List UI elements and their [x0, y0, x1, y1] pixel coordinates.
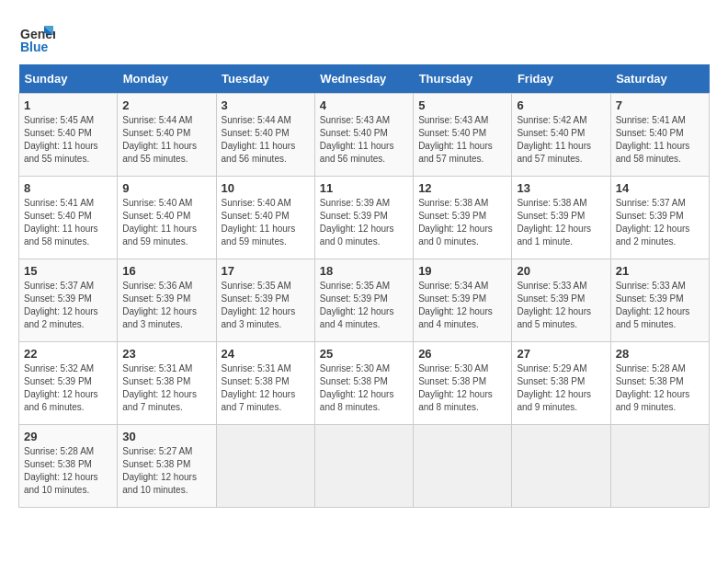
svg-text:Blue: Blue — [20, 40, 49, 54]
calendar-day-cell: 7Sunrise: 5:41 AMSunset: 5:40 PMDaylight… — [610, 94, 709, 177]
day-info: Sunrise: 5:40 AMSunset: 5:40 PMDaylight:… — [222, 197, 310, 248]
day-info: Sunrise: 5:44 AMSunset: 5:40 PMDaylight:… — [222, 114, 310, 166]
day-number: 17 — [222, 264, 310, 278]
day-number: 29 — [24, 430, 112, 443]
day-info: Sunrise: 5:30 AMSunset: 5:38 PMDaylight:… — [418, 362, 506, 414]
day-number: 16 — [122, 264, 210, 278]
day-number: 28 — [616, 347, 704, 361]
calendar-day-cell — [610, 425, 709, 508]
day-info: Sunrise: 5:43 AMSunset: 5:40 PMDaylight:… — [418, 114, 506, 166]
calendar-day-cell: 9Sunrise: 5:40 AMSunset: 5:40 PMDaylight… — [118, 177, 216, 259]
calendar-day-cell — [314, 425, 413, 508]
day-info: Sunrise: 5:38 AMSunset: 5:39 PMDaylight:… — [418, 197, 506, 248]
calendar-week-row: 1Sunrise: 5:45 AMSunset: 5:40 PMDaylight… — [19, 94, 710, 177]
calendar-day-cell: 22Sunrise: 5:32 AMSunset: 5:39 PMDayligh… — [19, 342, 118, 425]
calendar-day-cell: 12Sunrise: 5:38 AMSunset: 5:39 PMDayligh… — [414, 177, 512, 259]
calendar-day-cell: 20Sunrise: 5:33 AMSunset: 5:39 PMDayligh… — [512, 259, 610, 342]
calendar-day-cell: 11Sunrise: 5:39 AMSunset: 5:39 PMDayligh… — [314, 177, 413, 259]
weekday-header: Monday — [118, 64, 216, 94]
day-info: Sunrise: 5:36 AMSunset: 5:39 PMDaylight:… — [122, 280, 210, 331]
day-number: 9 — [122, 181, 210, 195]
calendar-day-cell: 13Sunrise: 5:38 AMSunset: 5:39 PMDayligh… — [512, 177, 610, 259]
logo-icon: General Blue — [18, 18, 55, 55]
day-info: Sunrise: 5:30 AMSunset: 5:38 PMDaylight:… — [320, 362, 408, 414]
day-number: 25 — [320, 347, 408, 361]
calendar-day-cell: 27Sunrise: 5:29 AMSunset: 5:38 PMDayligh… — [512, 342, 610, 425]
day-number: 2 — [122, 98, 210, 112]
calendar-day-cell: 25Sunrise: 5:30 AMSunset: 5:38 PMDayligh… — [314, 342, 413, 425]
day-info: Sunrise: 5:34 AMSunset: 5:39 PMDaylight:… — [418, 280, 506, 331]
day-number: 3 — [222, 98, 310, 112]
day-number: 15 — [24, 264, 112, 278]
day-info: Sunrise: 5:37 AMSunset: 5:39 PMDaylight:… — [616, 197, 704, 248]
day-info: Sunrise: 5:43 AMSunset: 5:40 PMDaylight:… — [320, 114, 408, 166]
weekday-header: Sunday — [19, 64, 118, 94]
header: General Blue — [18, 18, 710, 55]
weekday-header: Saturday — [610, 64, 709, 94]
calendar-day-cell: 14Sunrise: 5:37 AMSunset: 5:39 PMDayligh… — [610, 177, 709, 259]
day-number: 27 — [517, 347, 605, 361]
logo: General Blue — [18, 18, 55, 55]
calendar-day-cell: 23Sunrise: 5:31 AMSunset: 5:38 PMDayligh… — [118, 342, 216, 425]
calendar-day-cell: 16Sunrise: 5:36 AMSunset: 5:39 PMDayligh… — [118, 259, 216, 342]
weekday-header: Friday — [512, 64, 610, 94]
day-info: Sunrise: 5:33 AMSunset: 5:39 PMDaylight:… — [616, 280, 704, 331]
calendar-day-cell — [216, 425, 314, 508]
calendar-day-cell: 2Sunrise: 5:44 AMSunset: 5:40 PMDaylight… — [118, 94, 216, 177]
day-number: 19 — [418, 264, 506, 278]
calendar-day-cell — [512, 425, 610, 508]
calendar-day-cell: 28Sunrise: 5:28 AMSunset: 5:38 PMDayligh… — [610, 342, 709, 425]
day-number: 1 — [24, 98, 112, 112]
calendar-day-cell: 21Sunrise: 5:33 AMSunset: 5:39 PMDayligh… — [610, 259, 709, 342]
day-number: 4 — [320, 98, 408, 112]
day-info: Sunrise: 5:37 AMSunset: 5:39 PMDaylight:… — [24, 280, 112, 331]
calendar-week-row: 8Sunrise: 5:41 AMSunset: 5:40 PMDaylight… — [19, 177, 710, 259]
day-info: Sunrise: 5:32 AMSunset: 5:39 PMDaylight:… — [24, 362, 112, 414]
day-info: Sunrise: 5:28 AMSunset: 5:38 PMDaylight:… — [24, 445, 112, 497]
calendar-day-cell: 5Sunrise: 5:43 AMSunset: 5:40 PMDaylight… — [414, 94, 512, 177]
calendar-week-row: 22Sunrise: 5:32 AMSunset: 5:39 PMDayligh… — [19, 342, 710, 425]
day-info: Sunrise: 5:27 AMSunset: 5:38 PMDaylight:… — [122, 445, 210, 497]
calendar-day-cell: 26Sunrise: 5:30 AMSunset: 5:38 PMDayligh… — [414, 342, 512, 425]
day-number: 23 — [122, 347, 210, 361]
day-info: Sunrise: 5:40 AMSunset: 5:40 PMDaylight:… — [122, 197, 210, 248]
weekday-header: Tuesday — [216, 64, 314, 94]
day-info: Sunrise: 5:42 AMSunset: 5:40 PMDaylight:… — [517, 114, 605, 166]
day-number: 14 — [616, 181, 704, 195]
weekday-header: Thursday — [414, 64, 512, 94]
day-number: 26 — [418, 347, 506, 361]
day-number: 21 — [616, 264, 704, 278]
day-number: 20 — [517, 264, 605, 278]
day-info: Sunrise: 5:41 AMSunset: 5:40 PMDaylight:… — [616, 114, 704, 166]
day-number: 8 — [24, 181, 112, 195]
calendar-day-cell: 8Sunrise: 5:41 AMSunset: 5:40 PMDaylight… — [19, 177, 118, 259]
calendar-day-cell: 10Sunrise: 5:40 AMSunset: 5:40 PMDayligh… — [216, 177, 314, 259]
calendar-week-row: 15Sunrise: 5:37 AMSunset: 5:39 PMDayligh… — [19, 259, 710, 342]
calendar-day-cell: 6Sunrise: 5:42 AMSunset: 5:40 PMDaylight… — [512, 94, 610, 177]
calendar-week-row: 29Sunrise: 5:28 AMSunset: 5:38 PMDayligh… — [19, 425, 710, 508]
calendar-day-cell: 19Sunrise: 5:34 AMSunset: 5:39 PMDayligh… — [414, 259, 512, 342]
day-info: Sunrise: 5:35 AMSunset: 5:39 PMDaylight:… — [222, 280, 310, 331]
calendar-day-cell: 29Sunrise: 5:28 AMSunset: 5:38 PMDayligh… — [19, 425, 118, 508]
day-number: 24 — [222, 347, 310, 361]
day-number: 22 — [24, 347, 112, 361]
calendar-day-cell: 18Sunrise: 5:35 AMSunset: 5:39 PMDayligh… — [314, 259, 413, 342]
day-info: Sunrise: 5:41 AMSunset: 5:40 PMDaylight:… — [24, 197, 112, 248]
calendar-day-cell: 4Sunrise: 5:43 AMSunset: 5:40 PMDaylight… — [314, 94, 413, 177]
day-info: Sunrise: 5:45 AMSunset: 5:40 PMDaylight:… — [24, 114, 112, 166]
calendar-day-cell: 15Sunrise: 5:37 AMSunset: 5:39 PMDayligh… — [19, 259, 118, 342]
day-number: 13 — [517, 181, 605, 195]
calendar-day-cell: 17Sunrise: 5:35 AMSunset: 5:39 PMDayligh… — [216, 259, 314, 342]
day-info: Sunrise: 5:33 AMSunset: 5:39 PMDaylight:… — [517, 280, 605, 331]
day-number: 30 — [122, 430, 210, 443]
day-info: Sunrise: 5:31 AMSunset: 5:38 PMDaylight:… — [222, 362, 310, 414]
day-number: 11 — [320, 181, 408, 195]
calendar-table: SundayMondayTuesdayWednesdayThursdayFrid… — [18, 64, 710, 508]
day-number: 7 — [616, 98, 704, 112]
calendar-day-cell: 3Sunrise: 5:44 AMSunset: 5:40 PMDaylight… — [216, 94, 314, 177]
weekday-header: Wednesday — [314, 64, 413, 94]
day-info: Sunrise: 5:44 AMSunset: 5:40 PMDaylight:… — [122, 114, 210, 166]
calendar-day-cell: 24Sunrise: 5:31 AMSunset: 5:38 PMDayligh… — [216, 342, 314, 425]
day-number: 5 — [418, 98, 506, 112]
day-info: Sunrise: 5:31 AMSunset: 5:38 PMDaylight:… — [122, 362, 210, 414]
